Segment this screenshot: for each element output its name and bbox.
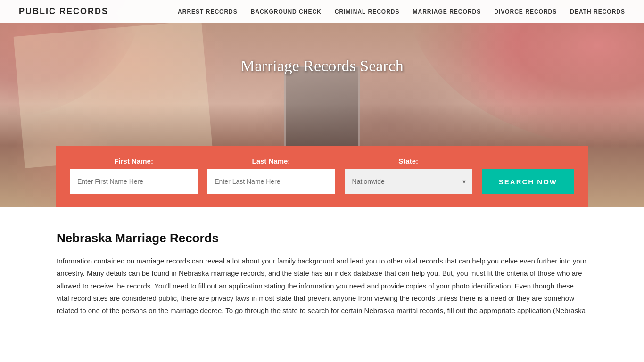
hero-section: Marriage Records Search First Name: Last… xyxy=(0,0,644,207)
nav-item-arrest[interactable]: ARREST RECORDS xyxy=(178,7,238,16)
first-name-label: First Name: xyxy=(70,157,198,165)
nav-link-death[interactable]: DEATH RECORDS xyxy=(570,8,625,15)
site-logo[interactable]: PUBLIC RECORDS xyxy=(19,7,108,16)
nav-links: ARREST RECORDS BACKGROUND CHECK CRIMINAL… xyxy=(178,7,625,16)
nav-link-marriage[interactable]: MARRIAGE RECORDS xyxy=(413,8,481,15)
content-body: Information contained on marriage record… xyxy=(57,255,587,317)
state-select-wrapper: NationwideAlabamaAlaskaArizonaArkansasCa… xyxy=(345,169,472,194)
first-name-input[interactable] xyxy=(70,169,198,194)
content-heading: Nebraska Marriage Records xyxy=(57,231,587,246)
last-name-field: Last Name: xyxy=(207,157,335,194)
main-content: Nebraska Marriage Records Information co… xyxy=(0,207,644,336)
nav-item-marriage[interactable]: MARRIAGE RECORDS xyxy=(413,7,481,16)
last-name-label: Last Name: xyxy=(207,157,335,165)
hero-title: Marriage Records Search xyxy=(240,57,404,75)
state-label: State: xyxy=(345,157,472,165)
nav-item-background[interactable]: BACKGROUND CHECK xyxy=(251,7,322,16)
search-bar: First Name: Last Name: State: Nationwide… xyxy=(56,146,588,207)
navbar: PUBLIC RECORDS ARREST RECORDS BACKGROUND… xyxy=(0,0,644,23)
nav-link-criminal[interactable]: CRIMINAL RECORDS xyxy=(335,8,400,15)
first-name-field: First Name: xyxy=(70,157,198,194)
nav-link-arrest[interactable]: ARREST RECORDS xyxy=(178,8,238,15)
nav-link-background[interactable]: BACKGROUND CHECK xyxy=(251,8,322,15)
state-field: State: NationwideAlabamaAlaskaArizonaArk… xyxy=(345,157,472,194)
nav-item-death[interactable]: DEATH RECORDS xyxy=(570,7,625,16)
nav-item-divorce[interactable]: DIVORCE RECORDS xyxy=(494,7,557,16)
nav-link-divorce[interactable]: DIVORCE RECORDS xyxy=(494,8,557,15)
search-now-button[interactable]: SEARCH NOW xyxy=(482,169,574,194)
last-name-input[interactable] xyxy=(207,169,335,194)
nav-item-criminal[interactable]: CRIMINAL RECORDS xyxy=(335,7,400,16)
state-select[interactable]: NationwideAlabamaAlaskaArizonaArkansasCa… xyxy=(345,169,472,194)
